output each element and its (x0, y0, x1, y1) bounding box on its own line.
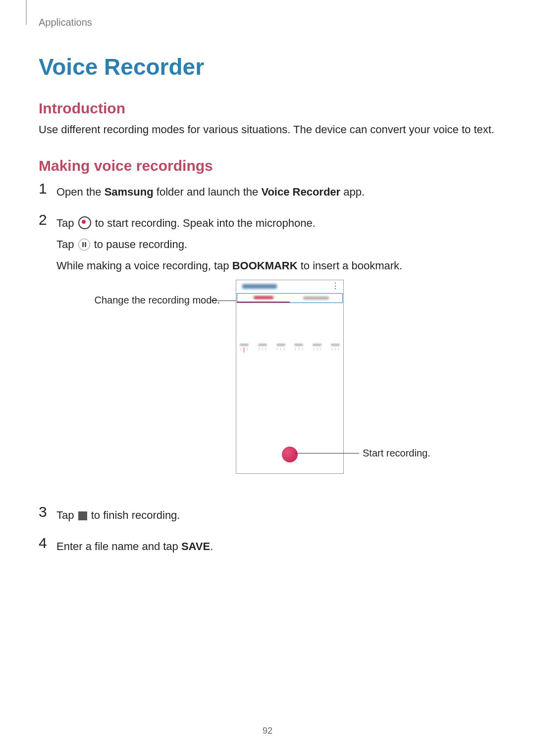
figure: Change the recording mode. ⋮ (56, 280, 496, 493)
bold-text: Samsung (105, 186, 154, 198)
bold-text: BOOKMARK (232, 259, 298, 272)
corner-rule (26, 0, 27, 25)
step-2-line-2: Tap to pause recording. (56, 236, 496, 253)
tab-label-blur (254, 296, 273, 299)
bold-text: SAVE (181, 540, 210, 553)
text: Open the (56, 186, 105, 198)
mode-tab-active (237, 294, 290, 302)
app-title-blur (242, 284, 277, 289)
record-button (282, 447, 298, 462)
phone-titlebar: ⋮ (236, 280, 343, 293)
pause-icon (78, 239, 90, 251)
callout-change-mode: Change the recording mode. (56, 295, 220, 306)
step-1: Open the Samsung folder and launch the V… (39, 183, 496, 201)
step-4-text: Enter a file name and tap SAVE. (56, 538, 496, 555)
text: to start recording. Speak into the micro… (92, 217, 316, 229)
text: Enter a file name and tap (56, 540, 181, 553)
step-4: Enter a file name and tap SAVE. (39, 538, 496, 555)
step-3: Tap to finish recording. (39, 506, 496, 524)
breadcrumb: Applications (39, 17, 92, 28)
step-1-text: Open the Samsung folder and launch the V… (56, 183, 496, 201)
text: While making a voice recording, tap (56, 259, 232, 272)
tab-label-blur (303, 297, 329, 300)
bold-text: Voice Recorder (261, 186, 340, 198)
text: app. (340, 186, 365, 198)
step-3-text: Tap to finish recording. (56, 506, 496, 524)
text: to pause recording. (91, 238, 187, 251)
step-2-line-1: Tap to start recording. Speak into the m… (56, 214, 496, 232)
section-heading-introduction: Introduction (39, 100, 496, 117)
intro-body: Use different recording modes for variou… (39, 122, 496, 138)
step-2: Tap to start recording. Speak into the m… (39, 214, 496, 493)
more-icon: ⋮ (331, 282, 339, 290)
text: to finish recording. (88, 509, 180, 521)
text: to insert a bookmark. (298, 259, 403, 272)
record-icon (78, 216, 91, 229)
text: Tap (56, 509, 77, 521)
section-heading-making: Making voice recordings (39, 157, 496, 174)
stop-icon (78, 511, 87, 520)
phone-screenshot: ⋮ (236, 280, 344, 474)
timeline-ruler (239, 344, 340, 355)
callout-start-recording: Start recording. (363, 448, 430, 459)
step-2-line-3: While making a voice recording, tap BOOK… (56, 257, 496, 274)
text: folder and launch the (154, 186, 262, 198)
mode-tabs (237, 293, 343, 303)
callout-line (210, 301, 237, 301)
callout-line (295, 453, 359, 454)
text: Tap (56, 217, 77, 229)
text: Tap (56, 238, 77, 251)
page-title: Voice Recorder (39, 0, 496, 80)
text: . (210, 540, 213, 553)
mode-tab (290, 294, 342, 302)
page-number: 92 (0, 726, 535, 736)
